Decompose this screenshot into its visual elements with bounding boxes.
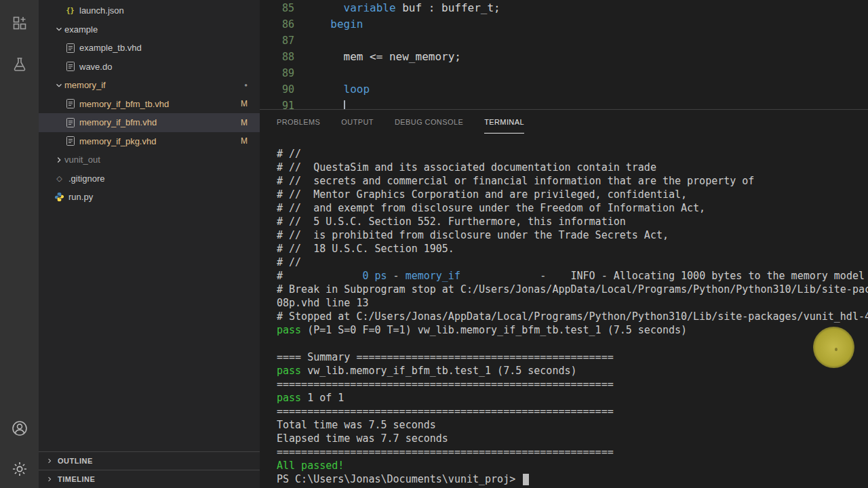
activity-bar xyxy=(0,0,39,488)
terminal-line: # // 18 U.S.C. Section 1905. xyxy=(277,242,868,256)
chevron-down-icon xyxy=(54,24,64,35)
code-line[interactable]: 89 xyxy=(260,65,868,81)
file-row-vunit-out[interactable]: vunit_out xyxy=(39,150,260,169)
git-modified-badge: M xyxy=(241,136,248,146)
terminal-line: # Break in Subprogram stop at C:/Users/J… xyxy=(277,283,868,296)
file-label: memory_if_bfm_tb.vhd xyxy=(79,99,169,109)
indent-guide-bar xyxy=(344,100,345,109)
panel-tab-bar: PROBLEMSOUTPUTDEBUG CONSOLETERMINAL xyxy=(260,110,868,134)
terminal-line: # // is prohibited from disclosure under… xyxy=(277,228,868,242)
line-number: 88 xyxy=(260,49,294,65)
sidebar-explorer: {}launch.jsonexampleexample_tb.vhdwave.d… xyxy=(39,0,260,488)
line-number: 89 xyxy=(260,65,294,81)
file-label: launch.json xyxy=(79,5,124,16)
outline-section-header[interactable]: OUTLINE xyxy=(39,451,260,470)
code-editor[interactable]: 85 variable buf : buffer_t;86 begin8788 … xyxy=(260,0,868,109)
file-tree: {}launch.jsonexampleexample_tb.vhdwave.d… xyxy=(39,0,260,451)
code-text: mem <= new_memory; xyxy=(294,49,461,65)
file-row-memory-if[interactable]: memory_if● xyxy=(39,76,260,95)
terminal-cursor xyxy=(523,474,529,485)
terminal-line xyxy=(277,337,868,350)
file-row-wave-do[interactable]: wave.do xyxy=(39,58,260,77)
panel-tab-problems[interactable]: PROBLEMS xyxy=(277,110,320,134)
terminal-line: pass (P=1 S=0 F=0 T=1) vw_lib.memory_if_… xyxy=(277,323,868,337)
code-line[interactable]: 90 loop xyxy=(260,81,868,98)
activity-bar-bottom xyxy=(10,419,29,488)
code-text xyxy=(294,65,317,81)
file-icon xyxy=(64,43,76,54)
panel-tab-output[interactable]: OUTPUT xyxy=(341,110,374,134)
file-label: run.py xyxy=(68,192,93,202)
code-line[interactable]: 91 xyxy=(260,98,868,109)
code-line[interactable]: 85 variable buf : buffer_t; xyxy=(260,0,868,16)
terminal-line: # Stopped at C:/Users/Jonas/AppData/Loca… xyxy=(277,310,868,323)
outline-section-label: OUTLINE xyxy=(58,457,93,465)
terminal-line: pass 1 of 1 xyxy=(277,391,868,405)
terminal-line: # // secrets and commercial or financial… xyxy=(277,174,868,188)
gitignore-diamond-icon: ◇ xyxy=(54,173,65,184)
code-text: begin xyxy=(294,16,363,33)
terminal-line: ==== Summary ===========================… xyxy=(277,350,868,364)
file-row-memory-if-bfm-tb-vhd[interactable]: memory_if_bfm_tb.vhdM xyxy=(39,95,260,114)
line-number: 90 xyxy=(260,81,294,98)
modified-dot-indicator: ● xyxy=(244,82,248,88)
panel-tab-debug-console[interactable]: DEBUG CONSOLE xyxy=(395,110,463,134)
file-row-run-py[interactable]: run.py xyxy=(39,188,260,207)
file-label: wave.do xyxy=(79,62,112,72)
chevron-right-icon xyxy=(54,155,64,165)
terminal-output[interactable]: # //# // QuestaSim and its associated do… xyxy=(260,134,868,488)
git-modified-badge: M xyxy=(241,118,248,127)
line-number: 85 xyxy=(260,0,294,16)
terminal-line: # // and exempt from disclosure under th… xyxy=(277,201,868,215)
terminal-line: Elapsed time was 7.7 seconds xyxy=(277,432,868,445)
json-icon: {} xyxy=(64,5,76,16)
panel-tab-terminal[interactable]: TERMINAL xyxy=(484,110,524,134)
file-icon xyxy=(64,98,76,109)
timeline-section-label: TIMELINE xyxy=(58,475,95,483)
terminal-line: # // 5 U.S.C. Section 552. Furthermore, … xyxy=(277,215,868,228)
terminal-line: # // xyxy=(277,147,868,161)
account-icon[interactable] xyxy=(10,419,29,438)
chevron-down-icon xyxy=(54,80,64,91)
file-row-example-tb-vhd[interactable]: example_tb.vhd xyxy=(39,39,260,58)
code-line[interactable]: 88 mem <= new_memory; xyxy=(260,49,868,65)
file-row-launch-json[interactable]: {}launch.json xyxy=(39,1,260,20)
terminal-line: ========================================… xyxy=(277,378,868,391)
terminal-line: PS C:\Users\Jonas\Documents\vunit_proj> xyxy=(277,472,868,486)
file-icon xyxy=(64,136,76,146)
terminal-line: All passed! xyxy=(277,459,868,472)
file-icon xyxy=(64,61,76,72)
code-text xyxy=(294,33,317,49)
editor-and-panel: 85 variable buf : buffer_t;86 begin8788 … xyxy=(260,0,868,488)
editor-lines: 85 variable buf : buffer_t;86 begin8788 … xyxy=(260,0,868,109)
terminal-line: # // Mentor Graphics Corporation and are… xyxy=(277,188,868,201)
terminal-line: 08p.vhd line 13 xyxy=(277,296,868,310)
terminal-line: # 0 ps - memory_if - INFO - Allocating 1… xyxy=(277,269,868,283)
extensions-icon[interactable] xyxy=(10,14,29,33)
chevron-right-icon xyxy=(44,474,55,485)
timeline-section-header[interactable]: TIMELINE xyxy=(39,470,260,488)
chevron-right-icon xyxy=(44,455,55,466)
settings-gear-icon[interactable] xyxy=(10,460,29,479)
python-icon xyxy=(54,192,65,203)
file-row-gitignore[interactable]: ◇.gitignore xyxy=(39,169,260,188)
code-text: variable buf : buffer_t; xyxy=(294,0,500,16)
code-text: loop xyxy=(294,81,370,98)
file-label: example xyxy=(64,24,98,35)
file-label: memory_if_pkg.vhd xyxy=(79,136,156,146)
file-label: .gitignore xyxy=(68,174,104,184)
line-number: 86 xyxy=(260,16,294,33)
file-row-memory-if-bfm-vhd[interactable]: memory_if_bfm.vhdM xyxy=(39,113,260,132)
git-modified-badge: M xyxy=(241,99,248,108)
file-row-example[interactable]: example xyxy=(39,20,260,39)
vscode-window: {}launch.jsonexampleexample_tb.vhdwave.d… xyxy=(0,0,868,488)
file-label: memory_if xyxy=(64,80,106,90)
terminal-line: Total time was 7.5 seconds xyxy=(277,418,868,432)
code-line[interactable]: 86 begin xyxy=(260,16,868,33)
code-line[interactable]: 87 xyxy=(260,33,868,49)
terminal-line: # // QuestaSim and its associated docume… xyxy=(277,161,868,174)
terminal-line: ========================================… xyxy=(277,445,868,459)
test-beaker-icon[interactable] xyxy=(10,55,29,74)
bottom-panel: PROBLEMSOUTPUTDEBUG CONSOLETERMINAL # //… xyxy=(260,109,868,488)
file-row-memory-if-pkg-vhd[interactable]: memory_if_pkg.vhdM xyxy=(39,132,260,151)
